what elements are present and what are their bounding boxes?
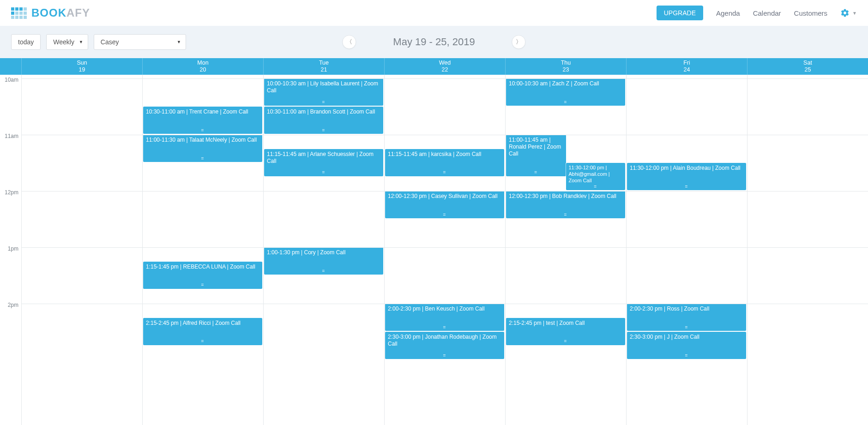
event-label: 10:00-10:30 am | Zach Z | Zoom Call	[509, 80, 622, 87]
day-header-num: 19	[22, 66, 142, 73]
resize-handle-icon[interactable]: =	[685, 184, 688, 190]
day-header-num: 24	[627, 66, 747, 73]
date-range: May 19 - 25, 2019	[393, 36, 475, 48]
calendar-event[interactable]: 2:00-2:30 pm | Ben Keusch | Zoom Call=	[385, 304, 504, 331]
calendar-event[interactable]: 2:15-2:45 pm | Alfred Ricci | Zoom Call=	[143, 318, 262, 345]
calendar-toolbar: today Weekly ▼ Casey ▼ 〈 May 19 - 25, 20…	[0, 26, 868, 58]
resize-handle-icon[interactable]: =	[564, 339, 567, 345]
resize-handle-icon[interactable]: =	[685, 325, 688, 331]
nav-calendar[interactable]: Calendar	[753, 9, 781, 17]
day-header-num: 25	[747, 66, 868, 73]
nav-customers[interactable]: Customers	[794, 9, 828, 17]
resize-handle-icon[interactable]: =	[443, 325, 446, 331]
day-column[interactable]: 10:00-10:30 am | Zach Z | Zoom Call=11:0…	[505, 75, 626, 425]
day-header[interactable]: Tue21	[263, 58, 384, 75]
resize-handle-icon[interactable]: =	[594, 184, 597, 190]
day-column[interactable]: 10:30-11:00 am | Trent Crane | Zoom Call…	[142, 75, 263, 425]
calendar-event[interactable]: 10:30-11:00 am | Trent Crane | Zoom Call…	[143, 107, 262, 134]
day-header[interactable]: Fri24	[626, 58, 747, 75]
event-label: 2:30-3:00 pm | J | Zoom Call	[630, 334, 743, 341]
resize-handle-icon[interactable]: =	[443, 170, 446, 176]
calendar-event[interactable]: 11:00-11:45 am | Ronald Perez | Zoom Cal…	[506, 135, 566, 176]
resize-handle-icon[interactable]: =	[201, 128, 205, 134]
chevron-down-icon: ▼	[177, 40, 181, 44]
calendar-event[interactable]: 2:30-3:00 pm | J | Zoom Call=	[627, 332, 746, 359]
resize-handle-icon[interactable]: =	[201, 282, 205, 288]
day-header[interactable]: Thu23	[505, 58, 626, 75]
next-button[interactable]: 〉	[512, 35, 526, 49]
resize-handle-icon[interactable]: =	[322, 170, 326, 176]
event-label: 2:15-2:45 pm | test | Zoom Call	[509, 320, 622, 327]
day-header[interactable]: Mon20	[142, 58, 263, 75]
calendar-event[interactable]: 2:30-3:00 pm | Jonathan Rodebaugh | Zoom…	[385, 332, 504, 359]
event-label: 11:15-11:45 am | Arlane Schuessler | Zoo…	[267, 151, 380, 165]
chevron-down-icon: ▼	[852, 11, 857, 16]
day-header-num: 20	[143, 66, 263, 73]
calendar-event[interactable]: 10:30-11:00 am | Brandon Scott | Zoom Ca…	[264, 107, 383, 134]
resize-handle-icon[interactable]: =	[201, 339, 205, 345]
day-column[interactable]: 11:15-11:45 am | karcsika | Zoom Call=12…	[384, 75, 505, 425]
time-label: 2pm	[8, 302, 18, 308]
calendar-event[interactable]: 2:15-2:45 pm | test | Zoom Call=	[506, 318, 625, 345]
event-label: 10:30-11:00 am | Brandon Scott | Zoom Ca…	[267, 108, 380, 115]
event-label: 12:00-12:30 pm | Bob Randklev | Zoom Cal…	[509, 193, 622, 200]
user-select[interactable]: Casey ▼	[94, 34, 186, 50]
resize-handle-icon[interactable]: =	[564, 212, 567, 218]
calendar-event[interactable]: 1:15-1:45 pm | REBECCA LUNA | Zoom Call=	[143, 262, 262, 289]
calendar-event[interactable]: 1:00-1:30 pm | Cory | Zoom Call=	[264, 247, 383, 275]
hour-line	[21, 191, 868, 192]
calendar-event[interactable]: 11:00-11:30 am | Talaat McNeely | Zoom C…	[143, 135, 262, 162]
day-column[interactable]: 10:00-10:30 am | Lily Isabella Laurent |…	[263, 75, 384, 425]
calendar-event[interactable]: 2:00-2:30 pm | Ross | Zoom Call=	[627, 304, 746, 331]
calendar-event[interactable]: 11:15-11:45 am | karcsika | Zoom Call=	[385, 149, 504, 176]
brand-part2: AFY	[66, 6, 90, 19]
resize-handle-icon[interactable]: =	[322, 100, 326, 106]
calendar-event[interactable]: 10:00-10:30 am | Lily Isabella Laurent |…	[264, 78, 383, 106]
calendar-body[interactable]: 10am11am12pm1pm2pm 10:30-11:00 am | Tren…	[0, 75, 868, 425]
nav-agenda[interactable]: Agenda	[716, 9, 740, 17]
day-header[interactable]: Wed22	[384, 58, 505, 75]
prev-button[interactable]: 〈	[342, 35, 356, 49]
day-header-row: Sun19Mon20Tue21Wed22Thu23Fri24Sat25	[0, 58, 868, 75]
day-column[interactable]	[747, 75, 868, 425]
event-label: 12:00-12:30 pm | Casey Sullivan | Zoom C…	[388, 193, 501, 200]
calendar-event[interactable]: 11:30-12:00 pm | Abhi@gmail.com | Zoom C…	[566, 163, 626, 190]
resize-handle-icon[interactable]: =	[564, 100, 567, 106]
day-column[interactable]: 11:30-12:00 pm | Alain Boudreau | Zoom C…	[626, 75, 747, 425]
resize-handle-icon[interactable]: =	[443, 353, 446, 359]
day-header-num: 23	[506, 66, 626, 73]
calendar: Sun19Mon20Tue21Wed22Thu23Fri24Sat25 10am…	[0, 58, 868, 425]
view-select[interactable]: Weekly ▼	[46, 34, 88, 50]
day-column[interactable]	[21, 75, 142, 425]
calendar-event[interactable]: 11:15-11:45 am | Arlane Schuessler | Zoo…	[264, 149, 383, 176]
chevron-down-icon: ▼	[79, 40, 83, 44]
resize-handle-icon[interactable]: =	[534, 170, 537, 176]
event-label: 11:30-12:00 pm | Alain Boudreau | Zoom C…	[630, 165, 743, 172]
time-label: 10am	[5, 77, 18, 83]
resize-handle-icon[interactable]: =	[322, 269, 326, 275]
view-select-label: Weekly	[53, 38, 74, 46]
top-nav: UPGRADE Agenda Calendar Customers ▼	[657, 6, 857, 20]
time-label: 1pm	[8, 245, 18, 252]
brand-text: BOOKAFY	[31, 6, 90, 19]
resize-handle-icon[interactable]: =	[443, 212, 446, 218]
resize-handle-icon[interactable]: =	[322, 128, 326, 134]
settings-menu[interactable]: ▼	[840, 8, 857, 18]
calendar-event[interactable]: 11:30-12:00 pm | Alain Boudreau | Zoom C…	[627, 163, 746, 190]
calendar-event[interactable]: 10:00-10:30 am | Zach Z | Zoom Call=	[506, 78, 625, 106]
event-label: 1:00-1:30 pm | Cory | Zoom Call	[267, 249, 380, 256]
calendar-event[interactable]: 12:00-12:30 pm | Bob Randklev | Zoom Cal…	[506, 191, 625, 218]
day-header-num: 21	[264, 66, 384, 73]
resize-handle-icon[interactable]: =	[201, 156, 205, 162]
day-header[interactable]: Sat25	[747, 58, 868, 75]
day-header-dow: Thu	[506, 60, 626, 66]
day-columns: 10:30-11:00 am | Trent Crane | Zoom Call…	[21, 75, 868, 425]
day-header-dow: Fri	[627, 60, 747, 66]
resize-handle-icon[interactable]: =	[685, 353, 688, 359]
today-button[interactable]: today	[11, 34, 41, 50]
hour-line	[21, 135, 868, 135]
day-header[interactable]: Sun19	[21, 58, 142, 75]
calendar-event[interactable]: 12:00-12:30 pm | Casey Sullivan | Zoom C…	[385, 191, 504, 218]
brand[interactable]: BOOKAFY	[11, 6, 90, 19]
upgrade-button[interactable]: UPGRADE	[657, 6, 703, 20]
